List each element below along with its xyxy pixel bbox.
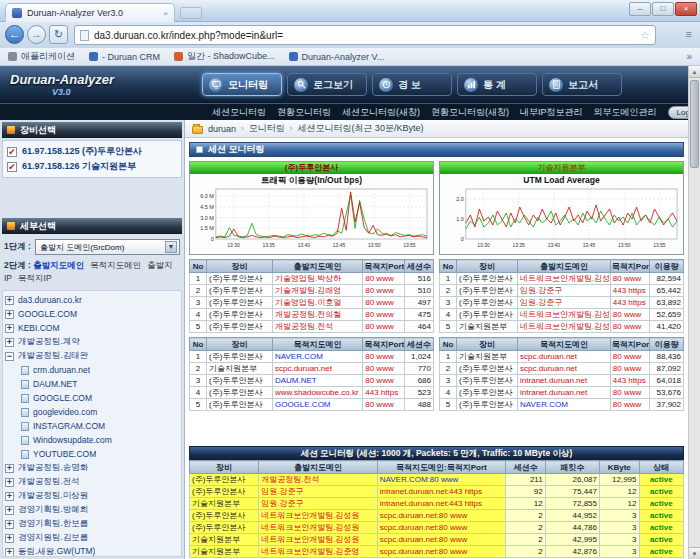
column-header[interactable]: KByte (599, 461, 639, 474)
step2-option[interactable]: 목적지도메인 (90, 260, 141, 270)
breadcrumb-item[interactable]: duruan (208, 124, 236, 134)
device-row[interactable]: ✔61.97.158.126 기술지원본부 (7, 159, 177, 174)
step1-select[interactable]: 출발지 도메인(SrcDom) ▼ (35, 239, 180, 255)
nav-button-logs[interactable]: 로그보기 (287, 73, 367, 96)
browser-menu-icon[interactable]: ≡ (686, 28, 692, 40)
tree-item[interactable]: googlevideo.com (5, 405, 181, 419)
device-select-header[interactable]: 장비선택 (2, 122, 182, 138)
expand-icon[interactable]: + (5, 338, 14, 347)
column-header[interactable]: 목적지Port (610, 338, 649, 351)
nav-button-alerts[interactable]: 경 보 (372, 73, 452, 96)
expand-icon[interactable]: + (5, 296, 14, 305)
column-header[interactable]: 장비 (207, 338, 273, 351)
column-header[interactable]: 목적지도메인 (272, 338, 362, 351)
column-header[interactable]: No (440, 338, 457, 351)
expand-icon[interactable]: + (5, 520, 14, 529)
submenu-link[interactable]: 현황모니터링(새창) (431, 106, 509, 119)
nav-button-monitoring[interactable]: 모니터링 (202, 73, 282, 96)
browser-scrollbar[interactable]: ▲ ▼ (688, 66, 700, 559)
tree-item[interactable]: +경영기획팀.한보름 (5, 517, 181, 531)
column-header[interactable]: 이용량 (649, 260, 683, 273)
column-header[interactable]: 상태 (639, 461, 684, 474)
column-header[interactable]: 세션수 (506, 461, 546, 474)
logout-button[interactable]: Logout ▸ (668, 106, 688, 119)
expand-icon[interactable]: + (5, 464, 14, 473)
bookmark-item[interactable]: - Duruan CRM (89, 50, 160, 63)
tree-item[interactable]: +경영기획팀.방혜희 (5, 503, 181, 517)
column-header[interactable]: 출발지도메인 (259, 461, 378, 474)
expand-icon[interactable]: + (5, 506, 14, 515)
bookmark-item[interactable]: Duruan-Analyzer V... (289, 50, 385, 63)
breadcrumb-item[interactable]: 세션모니터링(최근 30분/KByte) (297, 122, 423, 135)
step2-option[interactable]: 출발지도메인 (33, 260, 84, 270)
expand-icon[interactable]: + (5, 534, 14, 543)
tree-item[interactable]: +개발공정팀.미상원 (5, 489, 181, 503)
bookmark-item[interactable]: 일간 - ShadowCube... (174, 50, 275, 63)
expand-icon[interactable]: + (5, 310, 14, 319)
expand-icon[interactable]: + (5, 492, 14, 501)
tree-item[interactable]: +경영지원팀.김보름 (5, 531, 181, 545)
device-row[interactable]: ✔61.97.158.125 (주)두루안본사 (7, 144, 177, 159)
tree-item[interactable]: +개발공정팀.전석 (5, 475, 181, 489)
tree-item[interactable]: +동림.새왕.GW(UTM) (5, 545, 181, 557)
column-header[interactable]: No (190, 338, 207, 351)
column-header[interactable]: 장비 (457, 260, 518, 273)
tree-item[interactable]: +da3.duruan.co.kr (5, 293, 181, 307)
tab-close-icon[interactable]: × (163, 9, 168, 18)
collapse-icon[interactable]: − (5, 352, 14, 361)
window-close-button[interactable]: × (675, 2, 697, 16)
submenu-link[interactable]: 현황모니터링 (277, 106, 331, 119)
scroll-down-icon[interactable]: ▼ (689, 547, 700, 559)
device-checkbox[interactable]: ✔ (7, 147, 17, 157)
column-header[interactable]: 패킷수 (545, 461, 599, 474)
scroll-up-icon[interactable]: ▲ (689, 66, 700, 78)
column-header[interactable]: 목적지Port (363, 338, 404, 351)
browser-tab[interactable]: Duruan-Analyzer Ver3.0 × (5, 3, 175, 22)
column-header[interactable]: 장비 (457, 338, 518, 351)
chevron-down-icon[interactable]: ▼ (165, 241, 177, 253)
submenu-link[interactable]: 세션모니터링(새창) (342, 106, 420, 119)
new-tab-button[interactable] (180, 7, 202, 19)
expand-icon[interactable]: + (5, 324, 14, 333)
browser-reload-button[interactable]: ↻ (49, 25, 68, 44)
column-header[interactable]: 목적지도메인:목적지Port (377, 461, 505, 474)
column-header[interactable]: 세션수 (404, 260, 433, 273)
scrollbar-thumb[interactable] (690, 80, 699, 168)
browser-forward-button[interactable]: → (27, 25, 46, 44)
expand-icon[interactable]: + (5, 548, 14, 557)
submenu-link[interactable]: 세션모니터링 (212, 106, 266, 119)
tree-item[interactable]: YOUTUBE.COM (5, 447, 181, 461)
bookmarks-overflow-icon[interactable]: » (686, 51, 692, 62)
tree-item[interactable]: +KEBI.COM (5, 321, 181, 335)
tree-item[interactable]: crm.duruan.net (5, 363, 181, 377)
tree-item[interactable]: +개발공정팀.송명화 (5, 461, 181, 475)
tree-item[interactable]: +개발공정팀.계약 (5, 335, 181, 349)
tree-item[interactable]: GOOGLE.COM (5, 391, 181, 405)
column-header[interactable]: 목적지도메인 (518, 338, 611, 351)
column-header[interactable]: 목적지Port (363, 260, 404, 273)
column-header[interactable]: 목적지Port (610, 260, 649, 273)
submenu-link[interactable]: 외부도메인관리 (594, 106, 657, 119)
breadcrumb-item[interactable]: 모니터링 (249, 122, 285, 135)
nav-button-stats[interactable]: 통 계 (457, 73, 537, 96)
column-header[interactable]: 출발지도메인 (518, 260, 611, 273)
bookmark-star-icon[interactable]: ☆ (640, 29, 650, 42)
detail-select-header[interactable]: 세부선택 (2, 218, 182, 234)
expand-icon[interactable]: + (5, 478, 14, 487)
nav-button-reports[interactable]: 보고서 (542, 73, 622, 96)
column-header[interactable]: 장비 (190, 461, 259, 474)
window-minimize-button[interactable]: – (629, 2, 651, 16)
column-header[interactable]: No (190, 260, 207, 273)
column-header[interactable]: 세션수 (404, 338, 433, 351)
browser-back-button[interactable]: ← (5, 25, 24, 44)
bookmark-item[interactable]: 애플리케이션 (8, 50, 75, 63)
tree-item[interactable]: INSTAGRAM.COM (5, 419, 181, 433)
url-field[interactable]: da3.duruan.co.kr/index.php?mode=in&url= … (74, 25, 656, 45)
tree-item[interactable]: Windowsupdate.com (5, 433, 181, 447)
device-checkbox[interactable]: ✔ (7, 162, 17, 172)
submenu-link[interactable]: 내부IP정보관리 (520, 106, 583, 119)
column-header[interactable]: 출발지도메인 (272, 260, 362, 273)
tree-item[interactable]: +GOOGLE.COM (5, 307, 181, 321)
column-header[interactable]: 장비 (207, 260, 273, 273)
column-header[interactable]: 이용량 (649, 338, 683, 351)
